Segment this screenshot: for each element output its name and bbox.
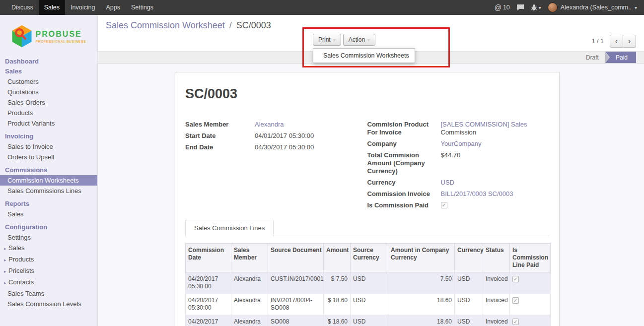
breadcrumb: Sales Commission Worksheet / SC/0003 xyxy=(106,20,271,31)
field-value-commission-product-rest: Commission xyxy=(441,129,531,136)
debug-menu[interactable]: ▾ xyxy=(531,4,541,11)
control-buttons: Print ▾ Action ▾ xyxy=(313,34,375,46)
sidebar-item-dashboard[interactable]: Dashboard xyxy=(0,57,97,66)
topbar-right: @ 10 ▾ Alexandra (Sales_comm.. ▾ xyxy=(495,2,644,12)
sidebar-item-config-contacts[interactable]: ▸Contacts xyxy=(0,277,97,288)
breadcrumb-parent-link[interactable]: Sales Commission Worksheet xyxy=(106,20,225,30)
sidebar-item-sales-orders[interactable]: Sales Orders xyxy=(0,97,97,108)
line-paid-checkbox: ✓ xyxy=(512,276,519,282)
sidebar-item-orders-to-upsell[interactable]: Orders to Upsell xyxy=(0,152,97,162)
print-button-label: Print xyxy=(318,36,331,43)
menu-invoicing[interactable]: Invoicing xyxy=(65,0,100,15)
sidebar-item-config-pricelists[interactable]: ▸Pricelists xyxy=(0,265,97,277)
menu-sales[interactable]: Sales xyxy=(39,0,65,15)
cell-paid: ✓ xyxy=(510,294,551,315)
col-header-is-commission-line-paid[interactable]: Is Commission Line Paid xyxy=(510,244,551,272)
cell-amount: $ 18.60 xyxy=(324,294,351,315)
field-value-currency[interactable]: USD xyxy=(441,179,531,187)
sidebar-section-sales[interactable]: Sales xyxy=(0,66,97,76)
sidebar-item-reports-sales[interactable]: Sales xyxy=(0,209,97,219)
cell-currency: USD xyxy=(455,272,483,294)
field-value-company[interactable]: YourCompany xyxy=(441,140,531,148)
mention-count: 10 xyxy=(503,4,510,11)
col-header-source-currency[interactable]: Source Currency xyxy=(351,244,388,272)
field-label-is-commission-paid: Is Commission Paid xyxy=(367,201,441,209)
sidebar-item-commission-worksheets[interactable]: Commission Worksheets xyxy=(0,175,97,186)
tab-sales-commission-lines[interactable]: Sales Commission Lines xyxy=(185,220,274,236)
logo-subtitle: PROFESSIONAL BUSINESS xyxy=(36,40,86,43)
col-header-amount-company-currency[interactable]: Amount in Company Currency xyxy=(388,244,455,272)
cell-currency: USD xyxy=(455,294,483,315)
sidebar-item-config-products[interactable]: ▸Products xyxy=(0,254,97,265)
print-button[interactable]: Print ▾ xyxy=(313,34,341,46)
pager-previous-button[interactable]: ‹ xyxy=(610,35,623,48)
menu-apps[interactable]: Apps xyxy=(100,0,126,15)
expand-arrow-icon: ▸ xyxy=(4,245,8,253)
sidebar-item-sales-commissions-lines[interactable]: Sales Commissions Lines xyxy=(0,186,97,196)
table-header-row: Commission Date Sales Member Source Docu… xyxy=(186,244,551,272)
field-group-left: Sales Member Alexandra Start Date 04/01/… xyxy=(185,121,367,213)
commission-lines-table: Commission Date Sales Member Source Docu… xyxy=(185,243,551,326)
action-button[interactable]: Action ▾ xyxy=(343,34,375,46)
field-value-commission-invoice[interactable]: BILL/2017/0003 SC/0003 xyxy=(441,190,531,198)
col-header-status[interactable]: Status xyxy=(483,244,510,272)
sidebar-item-quotations[interactable]: Quotations xyxy=(0,87,97,97)
col-header-currency[interactable]: Currency xyxy=(455,244,483,272)
dropdown-item-sales-commission-worksheets[interactable]: Sales Commission Worksheets xyxy=(313,49,415,63)
main-menu: Discuss Sales Invoicing Apps Settings xyxy=(6,0,159,15)
table-row[interactable]: 04/20/2017 05:30:00 Alexandra INV/2017/0… xyxy=(186,294,551,315)
sidebar-section-reports[interactable]: Reports xyxy=(0,199,97,209)
field-groups: Sales Member Alexandra Start Date 04/01/… xyxy=(185,121,549,213)
status-draft[interactable]: Draft xyxy=(579,52,605,63)
action-button-label: Action xyxy=(349,36,365,43)
cell-date: 04/20/2017 10:35:53 xyxy=(186,315,231,326)
sidebar-section-commissions[interactable]: Commissions xyxy=(0,165,97,175)
field-value-commission-product[interactable]: [SALES COMMISSION] Sales xyxy=(441,121,527,128)
field-label-commission-invoice: Commission Invoice xyxy=(367,190,441,198)
col-header-source-document[interactable]: Source Document xyxy=(268,244,324,272)
field-group-right: Commision Product For Invoice [SALES COM… xyxy=(367,121,550,213)
mentions-indicator[interactable]: @ 10 xyxy=(495,3,510,11)
sidebar-item-products[interactable]: Products xyxy=(0,108,97,118)
control-panel: Sales Commission Worksheet / SC/0003 Pri… xyxy=(98,15,644,51)
cell-source-currency: USD xyxy=(351,272,388,294)
breadcrumb-current: SC/0003 xyxy=(236,20,271,30)
menu-discuss[interactable]: Discuss xyxy=(6,0,39,15)
line-paid-checkbox: ✓ xyxy=(512,319,519,325)
sidebar-item-sales-to-invoice[interactable]: Sales to Invoice xyxy=(0,141,97,152)
sidebar-item-sales-commission-levels[interactable]: Sales Commission Levels xyxy=(0,299,97,309)
col-header-amount[interactable]: Amount xyxy=(324,244,351,272)
cell-source-currency: USD xyxy=(351,315,388,326)
sidebar-section-configuration[interactable]: Configuration xyxy=(0,222,97,232)
field-label-company: Company xyxy=(367,140,441,148)
logo-title: PROBUSE xyxy=(36,30,86,39)
menu-settings[interactable]: Settings xyxy=(126,0,159,15)
status-paid[interactable]: Paid xyxy=(605,52,636,63)
sidebar-item-product-variants[interactable]: Product Variants xyxy=(0,118,97,129)
sidebar: PROBUSE PROFESSIONAL BUSINESS Dashboard … xyxy=(0,15,98,326)
field-label-total-commission: Total Commision Amount (Company Currency… xyxy=(367,151,441,175)
sidebar-item-settings[interactable]: Settings xyxy=(0,232,97,243)
table-row[interactable]: 04/20/2017 10:35:53 Alexandra SO008 $ 18… xyxy=(186,315,551,326)
cell-status: Invoiced xyxy=(483,294,510,315)
sidebar-item-config-sales[interactable]: ▸Sales xyxy=(0,243,97,254)
field-value-sales-member[interactable]: Alexandra xyxy=(255,121,284,129)
cell-member: Alexandra xyxy=(231,294,268,315)
user-menu[interactable]: Alexandra (Sales_comm.. ▾ xyxy=(548,2,637,12)
field-label-end-date: End Date xyxy=(185,143,255,151)
col-header-sales-member[interactable]: Sales Member xyxy=(231,244,268,272)
sidebar-item-sales-teams[interactable]: Sales Teams xyxy=(0,288,97,299)
sidebar-item-label: Contacts xyxy=(8,278,34,286)
cell-paid: ✓ xyxy=(510,315,551,326)
table-row[interactable]: 04/20/2017 05:30:00 Alexandra CUST.IN/20… xyxy=(186,272,551,294)
cell-paid: ✓ xyxy=(510,272,551,294)
sidebar-item-customers[interactable]: Customers xyxy=(0,76,97,87)
pager-next-button[interactable]: › xyxy=(623,35,636,48)
messages-icon[interactable] xyxy=(516,4,524,11)
col-header-commission-date[interactable]: Commission Date xyxy=(186,244,231,272)
expand-arrow-icon: ▸ xyxy=(4,268,8,275)
sidebar-section-invoicing[interactable]: Invoicing xyxy=(0,131,97,141)
field-value-start-date: 04/01/2017 05:30:00 xyxy=(255,132,314,140)
form-sheet: SC/0003 Sales Member Alexandra Start Dat… xyxy=(175,72,560,326)
cell-source: CUST.IN/2017/0001 xyxy=(268,272,324,294)
